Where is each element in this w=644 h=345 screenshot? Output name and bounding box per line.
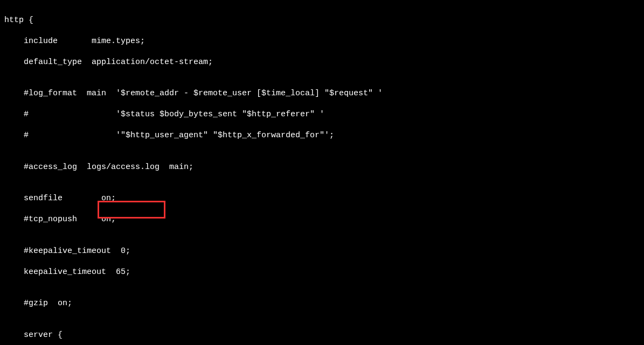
code-line: sendfile on;: [4, 193, 640, 204]
code-block: http { include mime.types; default_type …: [4, 4, 640, 345]
code-line: #tcp_nopush on;: [4, 214, 640, 225]
code-line: # '"$http_user_agent" "$http_x_forwarded…: [4, 130, 640, 141]
code-line: #gzip on;: [4, 298, 640, 309]
code-line: http {: [4, 15, 640, 26]
code-line: default_type application/octet-stream;: [4, 57, 640, 68]
code-line: server {: [4, 330, 640, 341]
code-line: #keepalive_timeout 0;: [4, 246, 640, 257]
code-line: #log_format main '$remote_addr - $remote…: [4, 88, 640, 99]
code-line: # '$status $body_bytes_sent "$http_refer…: [4, 109, 640, 120]
code-line: include mime.types;: [4, 36, 640, 47]
code-line: #access_log logs/access.log main;: [4, 162, 640, 173]
code-line: keepalive_timeout 65;: [4, 267, 640, 278]
